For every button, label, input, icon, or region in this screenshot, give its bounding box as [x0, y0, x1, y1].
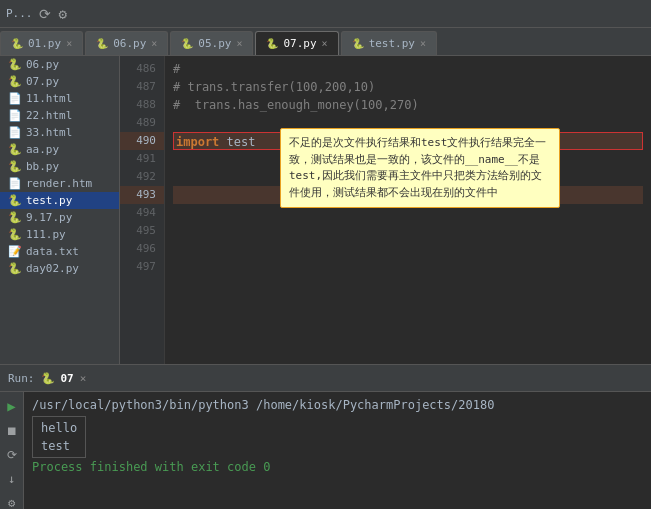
tab-icon-01py: 🐍: [11, 38, 23, 49]
annotation-text: 不足的是次文件执行结果和test文件执行结果完全一致，测试结果也是一致的，该文件…: [289, 136, 547, 199]
tab-icon-05py: 🐍: [181, 38, 193, 49]
line-num-493: 493: [120, 186, 164, 204]
tab-bar: 🐍 01.py × 🐍 06.py × 🐍 05.py × 🐍 07.py × …: [0, 28, 651, 56]
file-icon-111py: 🐍: [8, 228, 22, 241]
tab-07py[interactable]: 🐍 07.py ×: [255, 31, 338, 55]
main-area: 🐍 06.py 🐍 07.py 📄 11.html 📄 22.html 📄 33…: [0, 56, 651, 364]
tab-testpy[interactable]: 🐍 test.py ×: [341, 31, 437, 55]
tab-close-01py[interactable]: ×: [66, 38, 72, 49]
code-line-496: [173, 240, 643, 258]
sidebar-label-111py: 111.py: [26, 228, 66, 241]
line-num-497: 497: [120, 258, 164, 276]
file-icon-renderhtm: 📄: [8, 177, 22, 190]
sidebar-item-bbpy[interactable]: 🐍 bb.py: [0, 158, 119, 175]
line-num-494: 494: [120, 204, 164, 222]
console-output-test: test: [41, 437, 77, 455]
annotation-box: 不足的是次文件执行结果和test文件执行结果完全一致，测试结果也是一致的，该文件…: [280, 128, 560, 208]
tab-close-05py[interactable]: ×: [236, 38, 242, 49]
tab-close-testpy[interactable]: ×: [420, 38, 426, 49]
file-icon-datatxt: 📝: [8, 245, 22, 258]
settings-button[interactable]: ⚙: [6, 494, 17, 509]
editor-area[interactable]: 486 487 488 489 490 491 492 493 494 495 …: [120, 56, 651, 364]
file-icon-33html: 📄: [8, 126, 22, 139]
sidebar-item-aapy[interactable]: 🐍 aa.py: [0, 141, 119, 158]
file-icon-06py: 🐍: [8, 58, 22, 71]
sidebar-label-06py: 06.py: [26, 58, 59, 71]
sidebar-label-11html: 11.html: [26, 92, 72, 105]
run-icon: 🐍: [41, 372, 55, 385]
tab-05py[interactable]: 🐍 05.py ×: [170, 31, 253, 55]
toolbar-icon-sync[interactable]: ⟳: [37, 4, 53, 24]
sidebar-item-06py[interactable]: 🐍 06.py: [0, 56, 119, 73]
stop-button[interactable]: ⏹: [4, 422, 20, 440]
sidebar-item-testpy[interactable]: 🐍 test.py: [0, 192, 119, 209]
tab-label-01py: 01.py: [28, 37, 61, 50]
file-icon-22html: 📄: [8, 109, 22, 122]
project-label: P...: [6, 7, 33, 20]
tab-close-07py[interactable]: ×: [322, 38, 328, 49]
sidebar-label-07py: 07.py: [26, 75, 59, 88]
file-icon-917py: 🐍: [8, 211, 22, 224]
line-num-491: 491: [120, 150, 164, 168]
line-num-490: 490: [120, 132, 164, 150]
sidebar-label-917py: 9.17.py: [26, 211, 72, 224]
line-numbers: 486 487 488 489 490 491 492 493 494 495 …: [120, 56, 165, 364]
sidebar-label-33html: 33.html: [26, 126, 72, 139]
tab-label-testpy: test.py: [369, 37, 415, 50]
sidebar-label-aapy: aa.py: [26, 143, 59, 156]
rerun-button[interactable]: ⟳: [5, 446, 19, 464]
sidebar-item-22html[interactable]: 📄 22.html: [0, 107, 119, 124]
tab-icon-06py: 🐍: [96, 38, 108, 49]
line-num-487: 487: [120, 78, 164, 96]
line-num-486: 486: [120, 60, 164, 78]
sidebar-item-11html[interactable]: 📄 11.html: [0, 90, 119, 107]
tab-icon-testpy: 🐍: [352, 38, 364, 49]
console-output: /usr/local/python3/bin/python3 /home/kio…: [24, 392, 651, 509]
code-line-486: #: [173, 60, 643, 78]
tab-label-07py: 07.py: [283, 37, 316, 50]
sidebar-label-bbpy: bb.py: [26, 160, 59, 173]
file-icon-07py: 🐍: [8, 75, 22, 88]
tab-icon-07py: 🐍: [266, 38, 278, 49]
sidebar-label-22html: 22.html: [26, 109, 72, 122]
sidebar-item-111py[interactable]: 🐍 111.py: [0, 226, 119, 243]
code-line-488: # trans.has_enough_money(100,270): [173, 96, 643, 114]
tab-label-05py: 05.py: [198, 37, 231, 50]
toolbar-icon-settings[interactable]: ⚙: [57, 4, 69, 24]
sidebar-item-day02py[interactable]: 🐍 day02.py: [0, 260, 119, 277]
file-icon-day02py: 🐍: [8, 262, 22, 275]
console-finished-line: Process finished with exit code 0: [32, 458, 643, 476]
line-num-489: 489: [120, 114, 164, 132]
sidebar-label-day02py: day02.py: [26, 262, 79, 275]
code-lines[interactable]: # # trans.transfer(100,200,10) # trans.h…: [165, 56, 651, 364]
scroll-down-button[interactable]: ↓: [6, 470, 17, 488]
code-line-497: [173, 258, 643, 276]
top-toolbar: P... ⟳ ⚙: [0, 0, 651, 28]
console-area: ▶ ⏹ ⟳ ↓ ⚙ 🗑 /usr/local/python3/bin/pytho…: [0, 392, 651, 509]
code-line-487: # trans.transfer(100,200,10): [173, 78, 643, 96]
sidebar-item-33html[interactable]: 📄 33.html: [0, 124, 119, 141]
run-button[interactable]: ▶: [5, 396, 17, 416]
console-output-hello: hello: [41, 419, 77, 437]
run-label: Run:: [8, 372, 35, 385]
tab-01py[interactable]: 🐍 01.py ×: [0, 31, 83, 55]
tab-close-06py[interactable]: ×: [151, 38, 157, 49]
file-icon-bbpy: 🐍: [8, 160, 22, 173]
editor-content: 486 487 488 489 490 491 492 493 494 495 …: [120, 56, 651, 364]
console-sidebar: ▶ ⏹ ⟳ ↓ ⚙ 🗑: [0, 392, 24, 509]
tab-06py[interactable]: 🐍 06.py ×: [85, 31, 168, 55]
file-icon-testpy: 🐍: [8, 194, 22, 207]
sidebar-item-renderhtm[interactable]: 📄 render.htm: [0, 175, 119, 192]
run-tab[interactable]: 07: [61, 372, 74, 385]
file-sidebar: 🐍 06.py 🐍 07.py 📄 11.html 📄 22.html 📄 33…: [0, 56, 120, 364]
sidebar-item-datatxt[interactable]: 📝 data.txt: [0, 243, 119, 260]
sidebar-label-renderhtm: render.htm: [26, 177, 92, 190]
run-tab-close[interactable]: ×: [80, 372, 87, 385]
sidebar-item-917py[interactable]: 🐍 9.17.py: [0, 209, 119, 226]
console-cmd-line: /usr/local/python3/bin/python3 /home/kio…: [32, 396, 643, 414]
tab-label-06py: 06.py: [113, 37, 146, 50]
file-icon-11html: 📄: [8, 92, 22, 105]
sidebar-item-07py[interactable]: 🐍 07.py: [0, 73, 119, 90]
line-num-496: 496: [120, 240, 164, 258]
line-num-492: 492: [120, 168, 164, 186]
